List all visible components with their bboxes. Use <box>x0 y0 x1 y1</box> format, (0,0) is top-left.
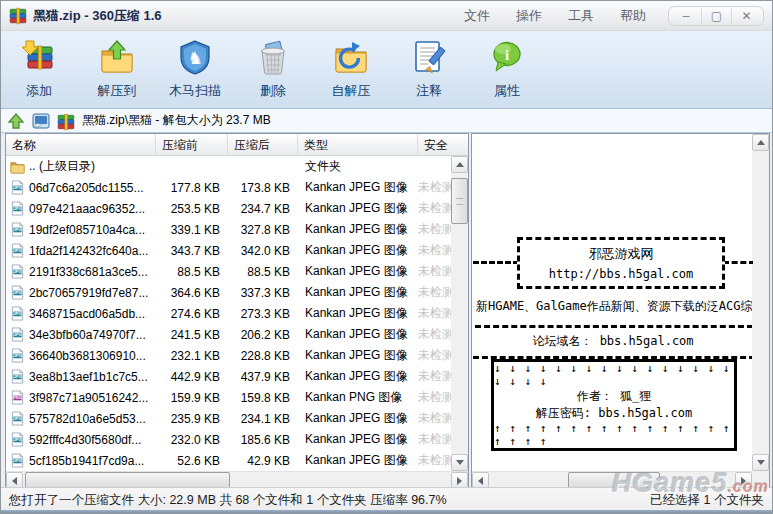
main-area: 名称 压缩前 压缩后 类型 安全 .. (上级目录)文件夹JPG06d7c6a2… <box>1 133 772 489</box>
jpg-icon: JPG <box>10 243 25 258</box>
file-name: 5cf185b1941f7cd9a... <box>29 454 144 468</box>
toolbar: 添加 解压到 ♞ 木马扫描 删除 自解压 注释 i 属性 <box>1 31 772 109</box>
security-status: 未检测 <box>418 305 451 322</box>
table-row[interactable]: JPG097e421aaac96352...253.5 KB234.7 KBKa… <box>6 198 451 219</box>
table-row[interactable]: JPG592fffc4d30f5680df...232.0 KB185.6 KB… <box>6 429 451 450</box>
size-before: 364.6 KB <box>156 286 228 300</box>
file-name: .. (上级目录) <box>29 158 95 175</box>
minimize-button[interactable]: – <box>671 8 701 24</box>
svg-text:♞: ♞ <box>187 49 202 68</box>
password-line: 解压密码: bbs.h5gal.com <box>536 405 692 422</box>
file-list-horizontal-scrollbar[interactable] <box>6 471 468 488</box>
menu-bar: 文件 操作 工具 帮助 <box>464 7 646 25</box>
trojan-scan-icon: ♞ <box>176 39 214 79</box>
table-row[interactable]: .. (上级目录)文件夹 <box>6 156 451 177</box>
size-before: 241.5 KB <box>156 328 228 342</box>
menu-help[interactable]: 帮助 <box>620 7 646 25</box>
security-status: 未检测 <box>418 431 451 448</box>
svg-text:JPG: JPG <box>13 437 21 442</box>
scroll-up-arrow[interactable] <box>451 156 468 173</box>
svg-text:JPG: JPG <box>13 206 21 211</box>
column-header-name[interactable]: 名称 <box>6 134 156 156</box>
table-row[interactable]: JPG34e3bfb60a74970f7...241.5 KB206.2 KBK… <box>6 324 451 345</box>
app-window: 黑猫.zip - 360压缩 1.6 文件 操作 工具 帮助 – ▢ ✕ 添加 … <box>0 0 773 514</box>
comment-icon <box>410 39 448 79</box>
column-header-security[interactable]: 安全 <box>418 134 451 156</box>
trojan-scan-button[interactable]: ♞ 木马扫描 <box>167 39 223 100</box>
security-status: 未检测 <box>418 263 451 280</box>
size-before: 177.8 KB <box>156 181 228 195</box>
table-row[interactable]: JPG36640b3681306910...232.1 KB228.8 KBKa… <box>6 345 451 366</box>
up-arrows: ↑ ↑ ↑ ↑ ↑ ↑ ↑ ↑ ↑ ↑ ↑ ↑ ↑ ↑ ↑ ↑ ↑ ↑ ↑ ↑ <box>494 422 734 448</box>
comment-button[interactable]: 注释 <box>401 39 457 100</box>
maximize-button[interactable]: ▢ <box>701 8 731 24</box>
window-controls: – ▢ ✕ <box>668 6 764 26</box>
info-panel-icon[interactable] <box>32 113 50 129</box>
size-before: 232.0 KB <box>156 433 228 447</box>
scroll-down-arrow[interactable] <box>451 454 468 471</box>
ascii-dash-right <box>723 261 753 264</box>
window-frame-bottom <box>1 510 772 513</box>
file-type: Kankan PNG 图像 <box>298 389 418 406</box>
file-type: Kankan JPEG 图像 <box>298 263 418 280</box>
self-extract-icon <box>332 39 370 79</box>
breadcrumb: 黑猫.zip\黑猫 - 解包大小为 23.7 MB <box>82 112 271 129</box>
scroll-up-arrow[interactable] <box>752 134 769 151</box>
column-header-size-before[interactable]: 压缩前 <box>156 134 228 156</box>
hgame5-watermark: HGame5.com <box>612 468 769 499</box>
title-bar: 黑猫.zip - 360压缩 1.6 文件 操作 工具 帮助 – ▢ ✕ <box>1 1 772 31</box>
svg-text:JPG: JPG <box>13 185 21 190</box>
column-header-type[interactable]: 类型 <box>298 134 418 156</box>
size-before: 235.9 KB <box>156 412 228 426</box>
svg-text:i: i <box>505 47 509 63</box>
menu-actions[interactable]: 操作 <box>516 7 542 25</box>
table-row[interactable]: JPG575782d10a6e5d53...235.9 KB234.1 KBKa… <box>6 408 451 429</box>
delete-button[interactable]: 删除 <box>245 39 301 100</box>
password-box: ↓ ↓ ↓ ↓ ↓ ↓ ↓ ↓ ↓ ↓ ↓ ↓ ↓ ↓ ↓ ↓ ↓ ↓ ↓ ↓ … <box>491 359 737 451</box>
add-button[interactable]: 添加 <box>11 39 67 100</box>
table-row[interactable]: JPG19df2ef085710a4ca...339.1 KB327.8 KBK… <box>6 219 451 240</box>
close-button[interactable]: ✕ <box>731 8 761 24</box>
file-type: Kankan JPEG 图像 <box>298 284 418 301</box>
size-before: 88.5 KB <box>156 265 228 279</box>
svg-text:JPG: JPG <box>13 311 21 316</box>
svg-text:PNG: PNG <box>13 395 22 400</box>
tool-label: 删除 <box>260 82 286 100</box>
self-extract-button[interactable]: 自解压 <box>323 39 379 100</box>
jpg-icon: JPG <box>10 285 25 300</box>
address-bar: 黑猫.zip\黑猫 - 解包大小为 23.7 MB <box>1 109 772 133</box>
down-arrows: ↓ ↓ ↓ ↓ ↓ ↓ ↓ ↓ ↓ ↓ ↓ ↓ ↓ ↓ ↓ ↓ ↓ ↓ ↓ ↓ <box>494 362 734 388</box>
size-before: 343.7 KB <box>156 244 228 258</box>
tool-label: 属性 <box>494 82 520 100</box>
file-name: 06d7c6a205dc1155... <box>29 181 144 195</box>
jpg-icon: JPG <box>10 306 25 321</box>
table-row[interactable]: PNG3f987c71a90516242...159.9 KB159.8 KBK… <box>6 387 451 408</box>
jpg-icon: JPG <box>10 327 25 342</box>
svg-text:JPG: JPG <box>13 416 21 421</box>
file-list-vertical-scrollbar[interactable] <box>451 156 468 471</box>
svg-text:JPG: JPG <box>13 227 21 232</box>
table-row[interactable]: JPG5cf185b1941f7cd9a...52.6 KB42.9 KBKan… <box>6 450 451 471</box>
vertical-scroll-thumb[interactable] <box>451 178 468 224</box>
file-type: Kankan JPEG 图像 <box>298 347 418 364</box>
properties-button[interactable]: i 属性 <box>479 39 535 100</box>
table-row[interactable]: JPG2191f338c681a3ce5...88.5 KB88.5 KBKan… <box>6 261 451 282</box>
menu-file[interactable]: 文件 <box>464 7 490 25</box>
table-row[interactable]: JPG2bc70657919fd7e87...364.6 KB337.3 KBK… <box>6 282 451 303</box>
security-status: 未检测 <box>418 221 451 238</box>
column-header-size-after[interactable]: 压缩后 <box>228 134 298 156</box>
jpg-icon: JPG <box>10 264 25 279</box>
up-directory-icon[interactable] <box>7 113 25 129</box>
table-row[interactable]: JPG3ea8b13aef1b1c7c5...442.9 KB437.9 KBK… <box>6 366 451 387</box>
table-row[interactable]: JPG1fda2f142432fc640a...343.7 KB342.0 KB… <box>6 240 451 261</box>
menu-tools[interactable]: 工具 <box>568 7 594 25</box>
svg-text:JPG: JPG <box>13 374 21 379</box>
file-name: 2191f338c681a3ce5... <box>29 265 148 279</box>
table-row[interactable]: JPG06d7c6a205dc1155...177.8 KB173.8 KBKa… <box>6 177 451 198</box>
table-row[interactable]: JPG3468715acd06a5db...274.6 KB273.3 KBKa… <box>6 303 451 324</box>
comment-vertical-scrollbar[interactable] <box>752 134 769 471</box>
file-type: Kankan JPEG 图像 <box>298 431 418 448</box>
file-type: Kankan JPEG 图像 <box>298 326 418 343</box>
extract-to-button[interactable]: 解压到 <box>89 39 145 100</box>
size-after: 342.0 KB <box>228 244 298 258</box>
